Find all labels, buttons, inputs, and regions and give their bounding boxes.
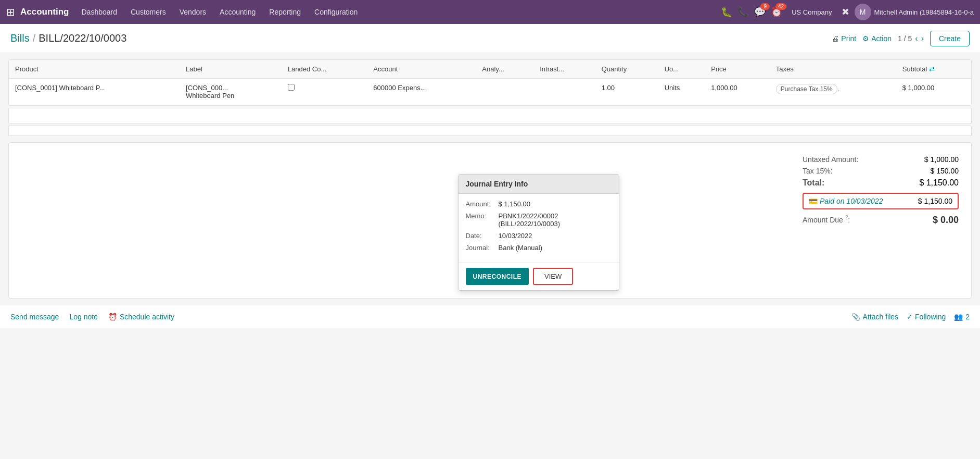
settings-icon[interactable]: ✖ (842, 6, 849, 18)
amount-due-row: Amount Due ?: $ 0.00 (803, 215, 959, 226)
nav-dashboard[interactable]: Dashboard (75, 5, 124, 19)
label-line1: [CONS_000... (186, 84, 228, 92)
following-button[interactable]: ✓ Following (907, 313, 946, 321)
landed-cost-checkbox[interactable] (288, 84, 295, 91)
journal-memo-label: Memo: (466, 212, 494, 228)
summary-totals: Untaxed Amount: $ 1,000.00 Tax 15%: $ 15… (803, 155, 959, 226)
nav-vendors[interactable]: Vendors (173, 5, 212, 19)
clock-icon: ⏰ (108, 313, 117, 321)
cell-quantity: 1.00 (595, 79, 658, 105)
activity-badge: 42 (775, 3, 786, 10)
cell-subtotal: $ 1,000.00 (896, 79, 971, 105)
activity-icon[interactable]: ⏰42 (771, 6, 782, 18)
nav-accounting[interactable]: Accounting (213, 5, 262, 19)
journal-actions: UNRECONCILE VIEW (459, 262, 619, 290)
breadcrumb-parent[interactable]: Bills (10, 32, 30, 44)
top-navigation: ⊞ Accounting Dashboard Customers Vendors… (0, 0, 980, 24)
journal-popup-body: Amount: $ 1,150.00 Memo: PBNK1/2022/0000… (459, 194, 619, 262)
amount-due-value: $ 0.00 (933, 215, 959, 226)
spacer-row1 (8, 108, 972, 123)
company-name[interactable]: US Company (792, 8, 832, 16)
app-name: Accounting (20, 7, 69, 17)
user-menu[interactable]: M Mitchell Admin (19845894-16-0-a (855, 4, 974, 20)
cell-uom: Units (658, 79, 705, 105)
phone-icon[interactable]: 📞 (737, 6, 749, 18)
col-landed-cost: Landed Co... (282, 60, 367, 79)
footer-bar: Send message Log note ⏰ Schedule activit… (0, 305, 980, 328)
cell-account: 600000 Expens... (367, 79, 476, 105)
check-icon: ✓ (907, 313, 913, 321)
send-message-button[interactable]: Send message (10, 313, 59, 321)
action-button[interactable]: ⚙ Action (862, 34, 892, 43)
chat-badge: 9 (760, 3, 770, 10)
journal-memo-value: PBNK1/2022/00002 (BILL/2022/10/0003) (499, 212, 561, 228)
avatar: M (855, 4, 871, 20)
col-taxes: Taxes (770, 60, 896, 79)
topbar-icons: 🐛 📞 💬9 ⏰42 US Company ✖ M Mitchell Admin… (721, 4, 974, 20)
paperclip-icon: 📎 (851, 313, 860, 321)
invoice-lines-table: Product Label Landed Co... Account Analy… (8, 59, 972, 106)
followers-icon: 👥 (954, 313, 963, 321)
schedule-activity-button[interactable]: ⏰ Schedule activity (108, 313, 174, 321)
spacer-row2 (8, 126, 972, 136)
breadcrumb-bar: Bills / BILL/2022/10/0003 🖨 Print ⚙ Acti… (0, 24, 980, 53)
col-intrastat: Intrast... (533, 60, 595, 79)
journal-amount-label: Amount: (466, 200, 494, 208)
nav-configuration[interactable]: Configuration (308, 5, 364, 19)
breadcrumb: Bills / BILL/2022/10/0003 (10, 32, 126, 44)
cell-price: 1,000.00 (705, 79, 770, 105)
tax-row: Tax 15%: $ 150.00 (803, 167, 959, 175)
user-name: Mitchell Admin (19845894-16-0-a (874, 8, 974, 16)
col-analytic: Analy... (476, 60, 533, 79)
col-account: Account (367, 60, 476, 79)
col-price: Price (705, 60, 770, 79)
total-value: $ 1,150.00 (919, 178, 959, 188)
journal-date-value: 10/03/2022 (499, 232, 532, 240)
next-arrow[interactable]: › (921, 34, 924, 43)
nav-customers[interactable]: Customers (124, 5, 172, 19)
untaxed-value: $ 1,000.00 (924, 155, 959, 164)
tax-value: $ 150.00 (931, 167, 959, 175)
attach-files-button[interactable]: 📎 Attach files (851, 313, 898, 321)
tax-label: Tax 15%: (803, 167, 833, 175)
grid-icon[interactable]: ⊞ (6, 6, 15, 18)
cell-intrastat (533, 79, 595, 105)
journal-journal-label: Journal: (466, 244, 494, 252)
tax-badge: Purchase Tax 15% (776, 84, 837, 94)
nav-counter: 1 / 5 ‹ › (898, 34, 924, 43)
col-product: Product (9, 60, 180, 79)
journal-journal-value: Bank (Manual) (499, 244, 543, 252)
printer-icon: 🖨 (832, 34, 839, 43)
paid-date: Paid on 10/03/2022 (820, 197, 883, 205)
total-row: Total: $ 1,150.00 (803, 178, 959, 188)
col-subtotal: Subtotal ⇄ (896, 60, 971, 79)
prev-arrow[interactable]: ‹ (915, 34, 918, 43)
col-uom: Uo... (658, 60, 705, 79)
paid-value: $ 1,150.00 (918, 197, 952, 205)
bug-icon[interactable]: 🐛 (721, 6, 732, 18)
total-label: Total: (803, 178, 824, 188)
footer-right: 📎 Attach files ✓ Following 👥 2 (851, 313, 970, 321)
journal-date-row: Date: 10/03/2022 (466, 232, 612, 240)
journal-memo-row: Memo: PBNK1/2022/00002 (BILL/2022/10/000… (466, 212, 612, 228)
cell-analytic (476, 79, 533, 105)
print-button[interactable]: 🖨 Print (832, 34, 856, 43)
nav-reporting[interactable]: Reporting (263, 5, 307, 19)
paid-icon: 💳 (809, 197, 818, 205)
col-label: Label (180, 60, 282, 79)
view-button[interactable]: VIEW (533, 268, 573, 285)
log-note-button[interactable]: Log note (69, 313, 98, 321)
breadcrumb-separator: / (33, 32, 36, 44)
cell-taxes: Purchase Tax 15%. (770, 79, 896, 105)
journal-entry-popup: Journal Entry Info Amount: $ 1,150.00 Me… (458, 174, 619, 291)
followers-button[interactable]: 👥 2 (954, 313, 970, 321)
breadcrumb-actions: 🖨 Print ⚙ Action 1 / 5 ‹ › Create (832, 31, 970, 46)
memo-line2: (BILL/2022/10/0003) (499, 220, 561, 228)
cell-label: [CONS_000... Whiteboard Pen (180, 79, 282, 105)
untaxed-amount-row: Untaxed Amount: $ 1,000.00 (803, 155, 959, 164)
create-button[interactable]: Create (930, 31, 970, 46)
lines-table: Product Label Landed Co... Account Analy… (9, 60, 971, 105)
unreconcile-button[interactable]: UNRECONCILE (466, 268, 529, 285)
chat-icon[interactable]: 💬9 (754, 6, 766, 18)
paid-label: 💳 Paid on 10/03/2022 (809, 197, 883, 205)
